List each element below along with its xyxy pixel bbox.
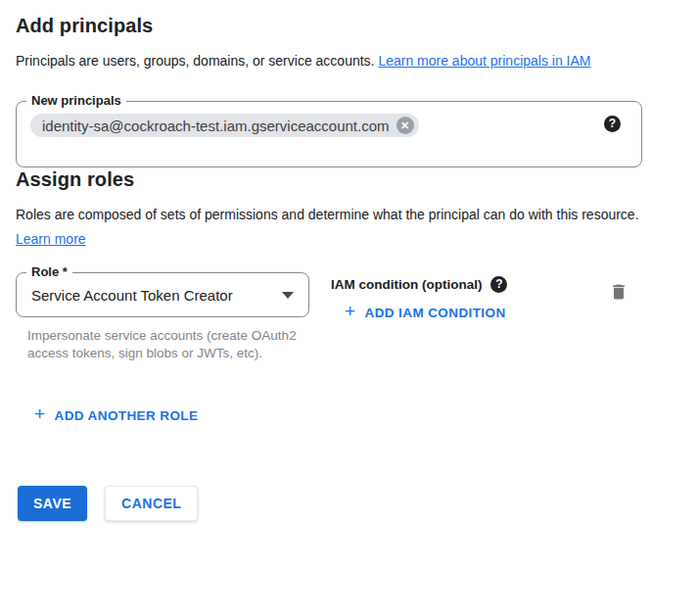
delete-role-button[interactable]	[609, 282, 628, 305]
assign-roles-title: Assign roles	[16, 167, 647, 191]
add-iam-condition-label: ADD IAM CONDITION	[365, 306, 506, 320]
new-principals-field[interactable]: New principals identity-sa@cockroach-tes…	[16, 101, 642, 167]
add-iam-condition-button[interactable]: + ADD IAM CONDITION	[345, 305, 506, 320]
plus-icon: +	[345, 304, 356, 319]
cancel-button[interactable]: CANCEL	[105, 486, 198, 521]
role-select[interactable]: Role * Service Account Token Creator	[16, 272, 309, 317]
role-select-label: Role *	[26, 264, 72, 279]
roles-description: Roles are composed of sets of permission…	[16, 203, 647, 252]
save-button[interactable]: SAVE	[18, 486, 87, 521]
learn-more-roles-link[interactable]: Learn more	[16, 231, 86, 247]
new-principals-label: New principals	[26, 93, 126, 108]
dropdown-arrow-icon	[282, 292, 294, 299]
delete-icon	[609, 282, 628, 302]
principals-description: Principals are users, groups, domains, o…	[16, 49, 647, 73]
role-row: Role * Service Account Token Creator Imp…	[16, 272, 647, 362]
learn-more-principals-link[interactable]: Learn more about principals in IAM	[378, 53, 590, 69]
footer-actions: SAVE CANCEL	[18, 486, 647, 521]
principal-chip: identity-sa@cockroach-test.iam.gservicea…	[30, 114, 419, 137]
iam-condition-help-icon[interactable]: ?	[490, 276, 507, 293]
add-another-role-row: + ADD ANOTHER ROLE	[34, 407, 647, 425]
add-principals-title: Add principals	[16, 14, 647, 37]
principals-help-icon[interactable]: ?	[604, 116, 621, 132]
principals-description-text: Principals are users, groups, domains, o…	[16, 53, 375, 69]
role-helper-text: Impersonate service accounts (create OAu…	[27, 327, 303, 362]
principal-chip-value: identity-sa@cockroach-test.iam.gservicea…	[42, 118, 390, 134]
plus-icon: +	[34, 406, 46, 422]
iam-condition-column: IAM condition (optional) ? + ADD IAM CON…	[331, 272, 507, 322]
role-select-value: Service Account Token Creator	[31, 287, 233, 304]
add-another-role-label: ADD ANOTHER ROLE	[55, 408, 199, 423]
add-principals-panel: Add principals Principals are users, gro…	[0, 0, 698, 521]
chip-close-icon[interactable]: ✕	[396, 117, 414, 134]
add-another-role-button[interactable]: + ADD ANOTHER ROLE	[34, 407, 198, 423]
delete-role-column	[609, 282, 628, 306]
iam-condition-header: IAM condition (optional) ?	[331, 276, 507, 293]
roles-description-text: Roles are composed of sets of permission…	[16, 207, 639, 222]
iam-condition-label: IAM condition (optional)	[331, 277, 482, 292]
role-column: Role * Service Account Token Creator Imp…	[16, 272, 309, 362]
